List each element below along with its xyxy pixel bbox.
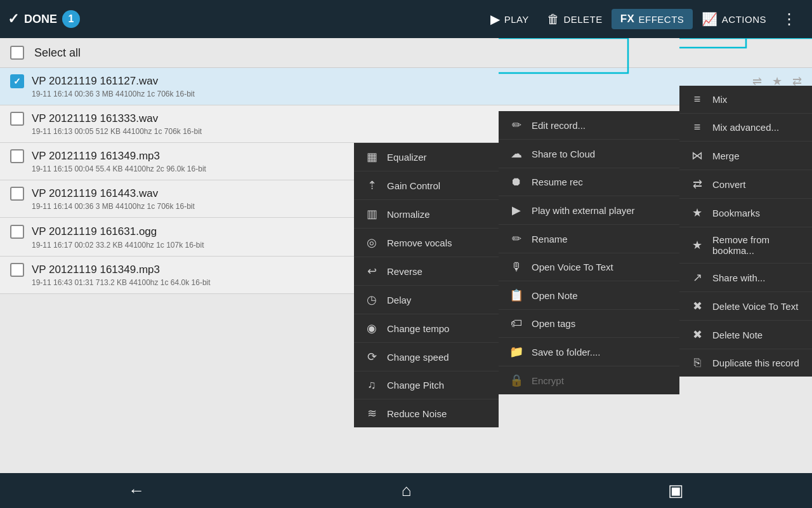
- file-checkbox[interactable]: [10, 225, 24, 239]
- context-menu-more: ≡Mix≡Mix advanced...⋈Merge⇄Convert★Bookm…: [679, 86, 812, 377]
- menu-item-icon: ✖: [690, 299, 705, 313]
- actions-button[interactable]: 📈 ACTIONS: [693, 8, 775, 30]
- select-all-checkbox[interactable]: [10, 46, 24, 60]
- menu-item-icon: ⋈: [690, 149, 705, 163]
- actions-label: ACTIONS: [722, 14, 766, 25]
- menu-item[interactable]: ◷Delay: [354, 286, 499, 314]
- play-button[interactable]: ▶ PLAY: [481, 8, 538, 30]
- menu-item[interactable]: ≡Mix advanced...: [679, 114, 812, 142]
- menu-item[interactable]: ▶Play with external player: [499, 196, 679, 225]
- menu-item[interactable]: ♫Change Pitch: [354, 371, 499, 399]
- file-checkbox[interactable]: [10, 149, 24, 163]
- file-name: VP 20121119 161127.wav: [32, 75, 745, 88]
- menu-item-label: Equalizer: [387, 152, 427, 163]
- menu-item-label: Delete Note: [712, 330, 763, 340]
- recents-button[interactable]: ▣: [655, 476, 697, 505]
- menu-item-icon: ★: [690, 238, 705, 252]
- menu-item-label: Change tempo: [387, 323, 449, 334]
- context-menu-effects: ▦Equalizer⇡Gain Control▥Normalize◎Remove…: [354, 143, 499, 427]
- context-menu-actions: ✏Edit record...☁Share to Cloud⏺Resume re…: [499, 111, 679, 394]
- menu-item[interactable]: ≡Mix: [679, 86, 812, 114]
- menu-item[interactable]: ◎Remove vocals: [354, 229, 499, 257]
- menu-item[interactable]: ≋Reduce Noise: [354, 399, 499, 427]
- menu-item[interactable]: ☁Share to Cloud: [499, 140, 679, 168]
- topbar: ✓ DONE 1 ▶ PLAY 🗑 DELETE FX EFFECTS 📈 AC…: [0, 0, 812, 38]
- menu-item-label: Save to folder....: [532, 347, 600, 358]
- menu-item[interactable]: ◉Change tempo: [354, 314, 499, 343]
- menu-item-icon: ✖: [690, 328, 705, 342]
- menu-item-icon: ★: [690, 206, 705, 220]
- play-icon: ▶: [490, 11, 501, 27]
- menu-item-icon: 🏷: [509, 317, 524, 330]
- effects-button[interactable]: FX EFFECTS: [612, 9, 693, 29]
- fx-icon: FX: [620, 13, 635, 25]
- menu-item-label: Share with...: [712, 272, 765, 283]
- menu-item-label: Open Note: [532, 290, 578, 301]
- menu-item-label: Encrypt: [532, 375, 564, 386]
- menu-item[interactable]: ★Remove from bookma...: [679, 227, 812, 264]
- menu-item[interactable]: ⇄Convert: [679, 170, 812, 199]
- home-button[interactable]: ⌂: [389, 476, 424, 505]
- menu-item-label: Mix: [712, 94, 727, 105]
- main-area: Select all VP 20121119 161127.wav⇌★⇄19-1…: [0, 38, 812, 508]
- menu-item-label: Remove vocals: [387, 237, 452, 248]
- menu-item[interactable]: ↩Reverse: [354, 257, 499, 286]
- menu-item-icon: ◉: [364, 321, 379, 335]
- menu-item-label: Delete Voice To Text: [712, 301, 798, 312]
- menu-item-icon: ≡: [690, 93, 705, 106]
- menu-item[interactable]: ⋈Merge: [679, 142, 812, 170]
- done-label[interactable]: DONE: [24, 13, 57, 26]
- menu-item-label: Remove from bookma...: [712, 234, 802, 256]
- menu-item[interactable]: ✖Delete Voice To Text: [679, 292, 812, 321]
- menu-item[interactable]: ✖Delete Note: [679, 321, 812, 349]
- menu-item[interactable]: ⟳Change speed: [354, 343, 499, 371]
- menu-item-icon: ◷: [364, 293, 379, 307]
- menu-item-label: Merge: [712, 150, 740, 161]
- more-options-button[interactable]: ⋮: [775, 6, 804, 32]
- file-checkbox[interactable]: [10, 112, 24, 126]
- delete-button[interactable]: 🗑 DELETE: [538, 8, 612, 30]
- menu-item-icon: ⟳: [364, 350, 379, 364]
- menu-item[interactable]: 🏷Open tags: [499, 310, 679, 338]
- menu-item-label: Normalize: [387, 209, 430, 220]
- select-all-row[interactable]: Select all: [0, 38, 812, 68]
- menu-item[interactable]: ⇡Gain Control: [354, 171, 499, 200]
- file-checkbox[interactable]: [10, 187, 24, 201]
- file-checkbox[interactable]: [10, 263, 24, 277]
- menu-item-label: Bookmarks: [712, 208, 760, 218]
- menu-item-icon: ♫: [364, 378, 379, 392]
- menu-item-label: Resume rec: [532, 177, 583, 187]
- back-button[interactable]: ←: [115, 476, 157, 505]
- menu-item-label: Open Voice To Text: [532, 262, 613, 272]
- menu-item[interactable]: ▦Equalizer: [354, 143, 499, 171]
- selected-count-badge: 1: [62, 10, 80, 28]
- menu-item-label: Play with external player: [532, 205, 635, 216]
- menu-item[interactable]: ▥Normalize: [354, 200, 499, 229]
- menu-item-label: Reverse: [387, 266, 422, 277]
- menu-item-label: Reduce Noise: [387, 408, 447, 419]
- menu-item[interactable]: 🎙Open Voice To Text: [499, 253, 679, 281]
- menu-item-icon: ↗: [690, 271, 705, 284]
- menu-item[interactable]: ★Bookmarks: [679, 199, 812, 227]
- menu-item-icon: 🎙: [509, 260, 524, 274]
- menu-item[interactable]: ✏Rename: [499, 225, 679, 253]
- menu-item-icon: ⏺: [509, 175, 524, 189]
- menu-item[interactable]: ⏺Resume rec: [499, 168, 679, 196]
- menu-item[interactable]: ✏Edit record...: [499, 111, 679, 140]
- file-checkbox[interactable]: [10, 74, 24, 88]
- menu-item-icon: ✏: [509, 118, 524, 132]
- bottom-nav-bar: ← ⌂ ▣: [0, 473, 812, 508]
- menu-item-icon: ≡: [690, 121, 705, 134]
- menu-item-icon: 📋: [509, 288, 524, 302]
- delete-label: DELETE: [563, 14, 602, 25]
- menu-item-icon: ☁: [509, 147, 524, 161]
- menu-item[interactable]: 📁Save to folder....: [499, 338, 679, 366]
- menu-item-label: Gain Control: [387, 180, 440, 191]
- menu-item[interactable]: 📋Open Note: [499, 281, 679, 310]
- menu-item[interactable]: ↗Share with...: [679, 264, 812, 292]
- menu-item: 🔒Encrypt: [499, 366, 679, 394]
- menu-item-label: Convert: [712, 179, 746, 190]
- menu-item[interactable]: ⎘Duplicate this record: [679, 349, 812, 377]
- menu-item-icon: 📁: [509, 345, 524, 359]
- menu-item-label: Rename: [532, 234, 568, 244]
